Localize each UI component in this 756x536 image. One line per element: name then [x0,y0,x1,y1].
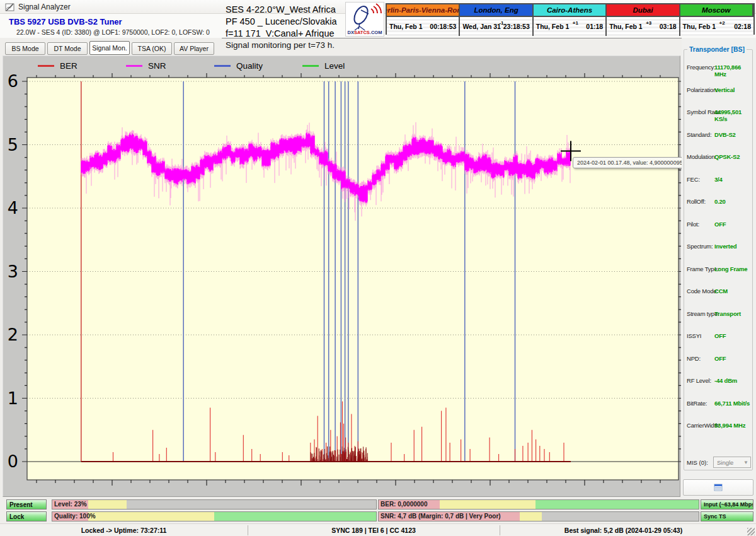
transponder-value: Vertical [714,86,735,93]
y-axis-label: 1 [8,388,18,408]
satellite-info-block: SES 4-22.0°W_West Africa PF 450 _ Lucene… [226,4,352,40]
statusbar-panel-1: SYNC 189 | TEI 6 | CC 4123 [248,524,500,536]
satellite-info-line1: SES 4-22.0°W_West Africa [226,4,352,16]
transponder-row-bitrate: BitRate:66,711 Mbit/s [684,400,753,409]
transponder-value: Transport [714,310,741,317]
quality-bar-label: Quality: 100% [54,513,96,520]
transponder-value: 0.20 [714,198,726,205]
y-axis-label: 0 [8,452,18,471]
level-bar-label: Level: 23% [54,501,87,508]
transponder-value: 11170,866 MHz [714,64,753,78]
sync-ts-badge: Sync TS [701,511,753,521]
svg-text:DXSATCS.COM: DXSATCS.COM [348,30,382,35]
present-badge: Present [6,499,47,510]
tab-tsa-ok[interactable]: TSA (OK) [132,42,172,55]
transponder-label: Modulation: [687,153,716,160]
bar-segment [520,512,542,521]
window-title: Signal Analyzer [18,3,71,11]
clock-time: 00:18:53 [430,23,456,30]
transponder-label: Polarization: [687,86,718,93]
transponder-row-rolloff: RollOff:0.20 [684,198,753,207]
statusbar-panel-2: Best signal: 5,2 dB (2024-01-29 05:43) [500,524,747,536]
app-icon [5,3,14,14]
signal-analyzer-window: Signal Analyzer TBS 5927 USB DVB-S2 Tune… [0,0,756,536]
transponder-value: Long Frame [714,265,747,272]
transponder-label: Pilot: [687,221,699,228]
signal-monitoring-plot[interactable]: 0123456 [3,56,681,498]
clock-city-header: Dubai [607,4,680,17]
status-bar: Locked -> Uptime: 73:27:11SYNC 189 | TEI… [0,523,756,536]
y-axis-label: 5 [8,135,18,154]
monitoring-caption: Signal monitoring per t=73 h. [226,40,335,50]
bar-segment [88,500,127,509]
clock-time: 01:18 [586,23,603,30]
clock-time: 03:18 [660,23,677,30]
resize-grip[interactable] [747,528,755,535]
transponder-row-fec: FEC:3/4 [684,176,753,185]
transponder-label: Standard: [687,131,711,138]
tab-av-player[interactable]: AV Player [174,42,214,55]
transponder-value: CCM [714,288,728,294]
tuner-name: TBS 5927 USB DVB-S2 Tuner [9,17,122,26]
mis-row: MIS (0): Single ▼ [684,457,753,469]
bar-segment [214,512,376,521]
level-bar: Level: 23% [52,499,377,510]
transponder-row-standard: Standard:DVB-S2 [684,131,753,140]
transponder-value: OFF [714,355,726,362]
transponder-row-npd: NPD:OFF [684,355,753,364]
y-axis-label: 3 [8,262,18,281]
mode-tabs: BS ModeDT ModeSignal Mon.TSA (OK)AV Play… [5,41,214,55]
snr-bar-label: SNR: 4,7 dB (Margin: 0,7 dB | Very Poor) [381,513,501,520]
transponder-row-frequency: Frequency:11170,866 MHz [684,64,753,73]
transponder-label: RollOff: [687,198,706,205]
transponder-row-symbol-rate: Symbol Rate:44995,501 KS/s [684,108,753,117]
transponder-groupbox: Transponder [BS] Frequency:11170,866 MHz… [684,49,753,470]
tab-signal-mon[interactable]: Signal Mon. [89,41,130,55]
mis-label: MIS (0): [687,459,708,466]
tuner-detail: 22.0W - SES 4 (ID: 3380) @ LOF1: 9750000… [16,28,210,36]
transponder-group-label: Transponder [BS] [687,45,747,53]
transponder-row-stream-type: Stream type:Transport [684,310,753,319]
clock-date: Thu, Feb 1 [609,23,643,30]
quality-bar: Quality: 100% [52,511,377,521]
tab-bs-mode[interactable]: BS Mode [5,42,45,55]
transponder-row-code-mode: Code Mode:CCM [684,288,753,296]
transponder-row-spectrum: Spectrum:Inverted [684,243,753,252]
clock-utc-offset: +1 [573,20,578,26]
transponder-label: RF Level: [687,377,711,384]
report-button[interactable] [683,479,753,496]
chart-panel: BERSNRQualityLevel 0123456 2024-02-01 00… [3,55,680,497]
transponder-sidebar: Transponder [BS] Frequency:11170,866 MHz… [682,38,756,498]
clock-time-cell: Thu, Feb 1+202:18 [680,17,753,36]
mis-dropdown[interactable]: Single ▼ [713,457,751,468]
transponder-label: BitRate: [687,400,707,407]
clock-date: Thu, Feb 1 [536,23,570,30]
transponder-value: OFF [714,332,726,339]
transponder-row-carrierwidth: CarrierWidth:53,994 MHz [684,422,753,431]
clock-date: Thu, Feb 1 [389,23,423,30]
transponder-value: 66,711 Mbit/s [714,400,750,407]
clock-time-cell: Thu, Feb 100:18:53 [387,17,460,36]
snr-bar: SNR: 4,7 dB (Margin: 0,7 dB | Very Poor) [378,511,699,521]
clock-city-header: Moscow [680,4,753,17]
transponder-label: Spectrum: [687,243,713,250]
bar-segment [88,512,214,521]
y-axis-label: 6 [8,71,18,91]
input-rate-badge: Input (~63,84 Mbps) [701,499,753,510]
list-icon [714,484,723,491]
transponder-label: Code Mode: [687,288,718,294]
clock-time: 23:18:53 [503,23,530,30]
clock-city-header: London, Eng [460,4,533,17]
clock-city-header: Cairo-Athens [534,4,607,17]
satellite-info-line2: PF 450 _ Lucenec/Slovakia [226,16,352,28]
bar-segment [127,500,376,509]
transponder-value: 3/4 [714,176,723,183]
bar-segment [536,500,699,509]
tab-dt-mode[interactable]: DT Mode [47,42,88,55]
clock-time-cell: Thu, Feb 1+303:18 [607,17,680,36]
transponder-label: ISSYI [687,332,701,339]
clock-city-header: Berlin-Paris-Vienna-Roma [387,4,460,17]
transponder-value: -44 dBm [714,377,737,384]
clock-utc-offset: +2 [719,20,725,26]
clock-time: 02:18 [734,23,751,30]
